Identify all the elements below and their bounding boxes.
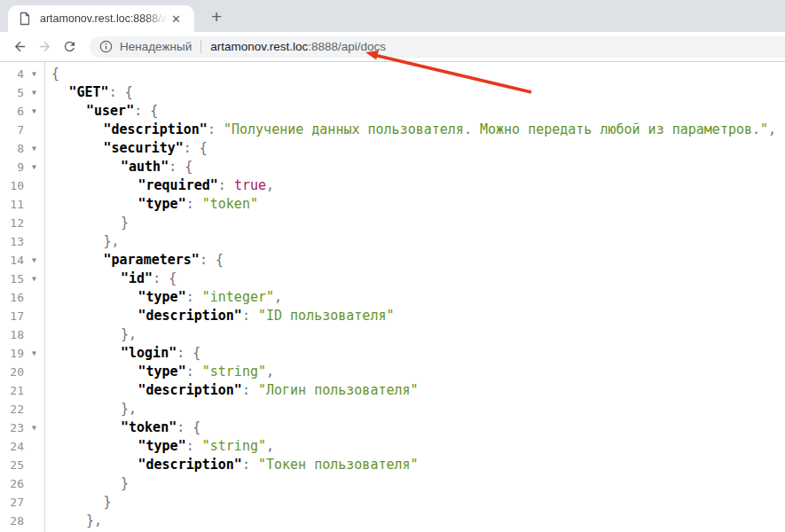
collapse-toggle-icon[interactable]: ▼ <box>24 139 44 158</box>
line-number: 10 <box>0 176 24 195</box>
json-line: 26} <box>0 474 785 493</box>
collapse-toggle-icon[interactable]: ▼ <box>24 83 44 102</box>
gutter-spacer <box>24 474 44 493</box>
reload-icon <box>62 39 77 54</box>
line-number: 5 <box>0 83 24 102</box>
tab-title: artamonov.rest.loc:8888/api/d <box>40 12 169 25</box>
collapse-toggle-icon[interactable]: ▼ <box>24 251 44 270</box>
json-line: 8▼"security": { <box>0 139 785 158</box>
line-number: 25 <box>0 456 24 474</box>
line-number: 28 <box>0 512 24 530</box>
line-number: 4 <box>0 65 24 83</box>
collapse-toggle-icon[interactable]: ▼ <box>24 344 44 363</box>
json-code: "description": "Получение данных пользов… <box>44 121 776 139</box>
browser-tab[interactable]: artamonov.rest.loc:8888/api/d ✕ <box>8 5 194 32</box>
line-number: 23 <box>0 419 24 437</box>
json-line: 18}, <box>0 325 785 344</box>
json-code: }, <box>44 325 137 344</box>
line-gutter: 25 <box>0 456 44 474</box>
tab-close-icon[interactable]: ✕ <box>171 12 181 26</box>
line-gutter: 24 <box>0 437 44 456</box>
arrow-right-icon <box>37 39 52 54</box>
security-status-label: Ненадежный <box>120 40 192 53</box>
browser-window: artamonov.rest.loc:8888/api/d ✕ + <box>0 0 785 532</box>
line-number: 18 <box>0 325 24 344</box>
collapse-toggle-icon[interactable]: ▼ <box>24 102 44 121</box>
back-button[interactable] <box>7 35 32 59</box>
line-gutter: 28 <box>0 512 44 530</box>
json-line: 14▼"parameters": { <box>0 251 785 270</box>
line-number: 16 <box>0 288 24 307</box>
line-number: 11 <box>0 195 24 214</box>
json-code: }, <box>44 400 137 419</box>
json-line: 19▼"login": { <box>0 344 785 363</box>
gutter-spacer <box>24 288 44 307</box>
json-line: 20"type": "string", <box>0 363 785 381</box>
line-gutter: 26 <box>0 474 44 493</box>
gutter-spacer <box>24 307 44 325</box>
line-number: 6 <box>0 102 24 121</box>
json-code: { <box>44 65 59 83</box>
json-code: } <box>44 493 112 512</box>
line-number: 22 <box>0 400 24 419</box>
line-gutter: 6▼ <box>0 102 44 121</box>
line-number: 15 <box>0 270 24 288</box>
page-favicon-icon <box>18 12 32 26</box>
gutter-spacer <box>24 232 44 251</box>
new-tab-button[interactable]: + <box>211 8 222 26</box>
line-gutter: 10 <box>0 176 44 195</box>
json-code: "user": { <box>44 102 158 121</box>
json-code: "auth": { <box>44 158 192 176</box>
line-gutter: 7 <box>0 121 44 139</box>
json-line: 13}, <box>0 232 785 251</box>
gutter-spacer <box>24 400 44 419</box>
json-code: "required": true, <box>44 176 274 195</box>
json-line: 10"required": true, <box>0 176 785 195</box>
line-number: 12 <box>0 214 24 232</box>
collapse-toggle-icon[interactable]: ▼ <box>24 270 44 288</box>
line-gutter: 21 <box>0 381 44 400</box>
line-gutter: 20 <box>0 363 44 381</box>
collapse-toggle-icon[interactable]: ▼ <box>24 419 44 437</box>
json-line: 9▼"auth": { <box>0 158 785 176</box>
collapse-toggle-icon[interactable]: ▼ <box>24 158 44 176</box>
json-code: }, <box>44 232 120 251</box>
address-bar[interactable]: Ненадежный artamonov.rest.loc:8888/api/d… <box>90 36 785 58</box>
line-number: 7 <box>0 121 24 139</box>
gutter-spacer <box>24 437 44 456</box>
line-gutter: 5▼ <box>0 83 44 102</box>
gutter-spacer <box>24 176 44 195</box>
line-number: 8 <box>0 139 24 158</box>
line-gutter: 22 <box>0 400 44 419</box>
line-gutter: 23▼ <box>0 419 44 437</box>
line-gutter: 4▼ <box>0 65 44 83</box>
line-gutter: 13 <box>0 232 44 251</box>
json-line: 27} <box>0 493 785 512</box>
info-circle-icon[interactable] <box>99 40 113 53</box>
collapse-toggle-icon[interactable]: ▼ <box>24 65 44 83</box>
gutter-spacer <box>24 363 44 381</box>
url-host: artamonov.rest.loc <box>210 40 308 53</box>
line-gutter: 8▼ <box>0 139 44 158</box>
json-line: 28}, <box>0 512 785 530</box>
gutter-spacer <box>24 195 44 214</box>
json-code: } <box>44 474 129 493</box>
json-line: 4▼{ <box>0 65 785 83</box>
reload-button[interactable] <box>57 35 82 59</box>
line-gutter: 14▼ <box>0 251 44 270</box>
json-line: 23▼"token": { <box>0 419 785 437</box>
line-number: 13 <box>0 232 24 251</box>
json-code: "parameters": { <box>44 251 224 270</box>
json-line: 6▼"user": { <box>0 102 785 121</box>
json-line: 17"description": "ID пользователя" <box>0 307 785 325</box>
gutter-spacer <box>24 512 44 530</box>
line-gutter: 9▼ <box>0 158 44 176</box>
line-number: 9 <box>0 158 24 176</box>
json-code: "type": "string", <box>44 437 274 456</box>
json-line: 16"type": "integer", <box>0 288 785 307</box>
json-code: "id": { <box>44 270 177 288</box>
json-line: 24"type": "string", <box>0 437 785 456</box>
line-number: 24 <box>0 437 24 456</box>
json-line: 15▼"id": { <box>0 270 785 288</box>
gutter-spacer <box>24 121 44 139</box>
